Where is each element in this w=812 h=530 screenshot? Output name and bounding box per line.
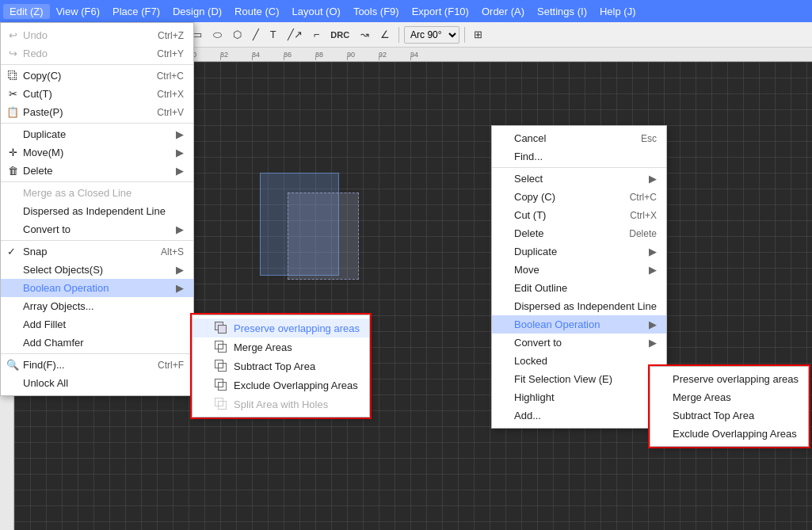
menu-select-objects[interactable]: Select Objects(S) ▶ — [1, 261, 193, 279]
menubar-edit[interactable]: Edit (Z) — [3, 4, 50, 19]
bool3-merge[interactable]: Merge Areas — [650, 388, 808, 406]
ruler-tick-82: 82 — [220, 51, 252, 59]
menubar-export[interactable]: Export (F10) — [406, 4, 475, 19]
move-icon: ✛ — [6, 146, 20, 160]
menu-redo[interactable]: ↪ Redo Ctrl+Y — [1, 44, 193, 63]
menu-paste[interactable]: 📋 Paste(P) Ctrl+V — [1, 103, 193, 121]
menu-fillet[interactable]: Add Fillet — [1, 315, 193, 334]
sep-1 — [1, 64, 193, 65]
menu-dispersed[interactable]: Dispersed as Independent Line — [1, 202, 193, 220]
sep-5 — [1, 353, 193, 354]
submenu-arrow-boolean: ▶ — [176, 282, 184, 294]
ctx2-edit-outline[interactable]: Edit Outline — [492, 279, 666, 297]
submenu-arrow-move: ▶ — [176, 147, 184, 158]
menu-duplicate[interactable]: Duplicate ▶ — [1, 125, 193, 143]
canvas-shape-2 — [288, 193, 359, 280]
menu-move[interactable]: ✛ Move(M) ▶ — [1, 143, 193, 162]
submenu-arrow-select: ▶ — [176, 264, 184, 276]
bool1-split[interactable]: Split Area with Holes — [193, 395, 369, 414]
ctx2-locked[interactable]: Locked — [492, 352, 666, 370]
submenu-arrow-delete: ▶ — [176, 165, 184, 177]
ruler-tick-92: 92 — [379, 51, 410, 59]
menu-unlock-all[interactable]: Unlock All — [1, 374, 193, 392]
menu-cut[interactable]: ✂ Cut(T) Ctrl+X — [1, 85, 193, 103]
corner-btn[interactable]: ⌐ — [310, 26, 324, 43]
submenu-arrow-convert: ▶ — [176, 223, 184, 235]
menubar: Edit (Z) View (F6) Place (F7) Design (D)… — [0, 0, 812, 22]
check-snap: ✓ — [7, 246, 16, 257]
ctx2-find[interactable]: Find... — [492, 147, 666, 166]
find-icon: 🔍 — [6, 358, 20, 372]
ctx2-move[interactable]: Move ▶ — [492, 261, 666, 279]
poly-btn[interactable]: ⬡ — [229, 26, 246, 43]
toolbar-sep-3 — [464, 27, 465, 43]
probe-btn[interactable]: ╱↗ — [284, 26, 307, 43]
bool3-exclude[interactable]: Exclude Overlapping Areas — [650, 425, 808, 443]
menubar-route[interactable]: Route (C) — [228, 4, 285, 19]
ruler-tick-88: 88 — [315, 51, 347, 59]
menu-snap[interactable]: ✓ Snap Alt+S — [1, 242, 193, 261]
ctx2-boolean[interactable]: Boolean Operation ▶ — [492, 315, 666, 334]
menu-boolean[interactable]: Boolean Operation ▶ — [1, 279, 193, 297]
ctx2-sep-1 — [492, 167, 666, 168]
menubar-settings[interactable]: Settings (I) — [531, 4, 593, 19]
menu-convert[interactable]: Convert to ▶ — [1, 220, 193, 238]
bool-submenu-1: Preserve overlapping areas Merge Areas S… — [192, 315, 370, 418]
ctx2-fit-selection[interactable]: Fit Selection View (E) — [492, 370, 666, 388]
bool1-preserve[interactable]: Preserve overlapping areas — [193, 318, 369, 337]
ctx2-arrow-select: ▶ — [649, 173, 657, 185]
arc-select[interactable]: Arc 90° — [404, 26, 459, 44]
toolbar-sep-2 — [398, 27, 399, 43]
ctx2-highlight[interactable]: Highlight ▶ — [492, 388, 666, 406]
bool1-exclude[interactable]: Exclude Overlapping Areas — [193, 376, 369, 395]
submenu-arrow-duplicate: ▶ — [176, 128, 184, 140]
ctx2-cut[interactable]: Cut (T) Ctrl+X — [492, 206, 666, 224]
sep-2 — [1, 123, 193, 124]
menubar-order[interactable]: Order (A) — [475, 4, 531, 19]
line-btn[interactable]: ╱ — [249, 26, 263, 43]
menu-merge-closed[interactable]: Merge as a Closed Line — [1, 184, 193, 202]
bool1-merge[interactable]: Merge Areas — [193, 337, 369, 357]
angle-btn[interactable]: ∠ — [376, 26, 394, 43]
ctx2-add[interactable]: Add... ▶ — [492, 406, 666, 425]
menubar-place[interactable]: Place (F7) — [106, 4, 166, 19]
oval-btn[interactable]: ⬭ — [209, 26, 226, 44]
menubar-help[interactable]: Help (J) — [593, 4, 642, 19]
bool3-subtract[interactable]: Subtract Top Area — [650, 406, 808, 425]
menubar-layout[interactable]: Layout (O) — [285, 4, 346, 19]
bool1-subtract[interactable]: Subtract Top Area — [193, 357, 369, 376]
ctx2-arrow-dup: ▶ — [649, 246, 657, 257]
menu-delete[interactable]: 🗑 Delete ▶ — [1, 162, 193, 180]
ctx2-convert[interactable]: Convert to ▶ — [492, 334, 666, 352]
drc-btn[interactable]: DRC — [326, 28, 353, 42]
ruler-tick-90: 90 — [347, 51, 379, 59]
bool3-preserve[interactable]: Preserve overlapping areas — [650, 370, 808, 388]
edit-menu-dropdown: ↩ Undo Ctrl+Z ↪ Redo Ctrl+Y ⿻ Copy(C) Ct… — [0, 22, 194, 396]
ctx2-cancel[interactable]: Cancel Esc — [492, 129, 666, 147]
text-btn[interactable]: T — [266, 26, 280, 43]
undo-icon: ↩ — [6, 29, 20, 43]
ruler-tick-86: 86 — [284, 51, 315, 59]
menu-chamfer[interactable]: Add Chamfer — [1, 334, 193, 352]
ctx2-duplicate[interactable]: Duplicate ▶ — [492, 242, 666, 261]
menubar-design[interactable]: Design (D) — [166, 4, 228, 19]
ctx2-select[interactable]: Select ▶ — [492, 170, 666, 188]
copy-icon: ⿻ — [6, 69, 20, 83]
paste-icon: 📋 — [6, 105, 20, 120]
menubar-view[interactable]: View (F6) — [50, 4, 106, 19]
menu-undo[interactable]: ↩ Undo Ctrl+Z — [1, 26, 193, 44]
ctx2-delete[interactable]: Delete Delete — [492, 224, 666, 242]
ctx2-arrow-convert: ▶ — [649, 337, 657, 349]
menu-find[interactable]: 🔍 Find(F)... Ctrl+F — [1, 356, 193, 374]
ctx2-arrow-bool: ▶ — [649, 318, 657, 330]
ctx2-copy[interactable]: Copy (C) Ctrl+C — [492, 188, 666, 206]
menubar-tools[interactable]: Tools (F9) — [347, 4, 406, 19]
align-btn[interactable]: ⊞ — [470, 26, 486, 43]
sep-3 — [1, 181, 193, 182]
cut-icon: ✂ — [6, 87, 20, 101]
menu-array[interactable]: Array Objects... — [1, 297, 193, 315]
wave-btn[interactable]: ↝ — [356, 26, 373, 43]
menu-copy[interactable]: ⿻ Copy(C) Ctrl+C — [1, 67, 193, 85]
ctx2-dispersed[interactable]: Dispersed as Independent Line — [492, 297, 666, 315]
ruler-tick-84: 84 — [252, 51, 284, 59]
